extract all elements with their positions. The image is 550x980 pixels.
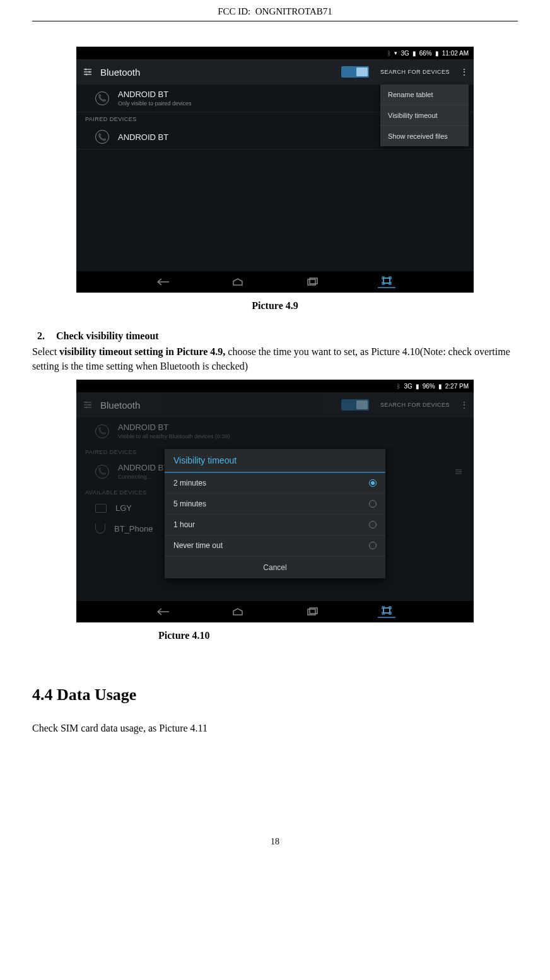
status-bar: ᛒ ▾ 3G ▮ 66% ▮ 11:02 AM — [76, 47, 474, 59]
titlebar: Bluetooth SEARCH FOR DEVICES ⋮ — [76, 392, 474, 417]
step-before: Select — [32, 346, 59, 357]
available-device-name: LGY — [115, 503, 132, 513]
cancel-button[interactable]: Cancel — [165, 556, 385, 578]
bluetooth-toggle — [341, 399, 369, 411]
page-title: Bluetooth — [100, 67, 335, 78]
nav-screenshot-button[interactable] — [378, 605, 395, 618]
gear-icon — [452, 465, 465, 478]
search-for-devices-button: SEARCH FOR DEVICES — [380, 402, 450, 408]
device-name: ANDROID BT — [118, 423, 230, 432]
nav-screenshot-button[interactable] — [378, 276, 395, 288]
step-2-row: 2. Check visibility timeout — [37, 330, 518, 342]
svg-point-2 — [86, 74, 88, 76]
page-header: FCC ID: ONGNITROTAB71 — [32, 0, 518, 21]
nav-back-button[interactable] — [155, 276, 172, 288]
phone-icon: 📞 — [95, 465, 109, 479]
headphone-icon — [95, 523, 105, 534]
nav-bar — [76, 601, 474, 622]
nav-back-button[interactable] — [155, 605, 172, 618]
phone-icon: 📞 — [95, 130, 109, 144]
step-number: 2. — [37, 330, 45, 342]
timeout-option-never[interactable]: Never time out — [165, 535, 385, 556]
visibility-timeout-dialog: Visibility timeout 2 minutes 5 minutes 1… — [165, 449, 385, 578]
svg-rect-14 — [383, 608, 390, 613]
page-number: 18 — [32, 837, 518, 860]
menu-visibility-timeout[interactable]: Visibility timeout — [380, 105, 469, 126]
phone-icon: 📞 — [95, 91, 109, 105]
bluetooth-status-icon: ᛒ — [397, 383, 401, 390]
svg-point-9 — [456, 469, 457, 470]
nav-bar — [76, 271, 474, 293]
signal-bars-icon: ▮ — [413, 50, 416, 57]
timeout-option-1hour[interactable]: 1 hour — [165, 515, 385, 535]
svg-point-6 — [85, 402, 87, 404]
device-subtext: Only visible to paired devices — [118, 100, 192, 107]
signal-icon: ▾ — [394, 50, 397, 56]
device-name: ANDROID BT — [118, 90, 192, 99]
option-label: 1 hour — [173, 520, 195, 529]
menu-rename-tablet[interactable]: Rename tablet — [380, 85, 469, 105]
network-label: 3G — [404, 383, 412, 390]
clock: 2:27 PM — [445, 383, 469, 390]
radio-icon — [369, 542, 377, 549]
svg-point-0 — [85, 69, 87, 71]
bluetooth-toggle[interactable] — [341, 66, 369, 78]
bluetooth-status-icon: ᛒ — [387, 50, 391, 57]
settings-slider-icon — [81, 399, 94, 411]
timeout-option-2min[interactable]: 2 minutes — [165, 473, 385, 494]
step-body: Select visibility timeout setting in Pic… — [32, 344, 518, 373]
svg-point-11 — [457, 473, 458, 474]
section-text: Check SIM card data usage, as Picture 4.… — [32, 721, 518, 735]
option-label: 2 minutes — [173, 479, 206, 487]
search-for-devices-button[interactable]: SEARCH FOR DEVICES — [380, 69, 450, 75]
battery-icon: ▮ — [438, 383, 442, 390]
paired-device-name: ANDROID BT — [118, 463, 168, 472]
overflow-menu-button: ⋮ — [460, 400, 469, 411]
step-bold: visibility timeout setting in Picture 4.… — [59, 346, 225, 357]
option-label: 5 minutes — [173, 499, 206, 508]
menu-show-received-files[interactable]: Show received files — [380, 126, 469, 146]
battery-percent: 66% — [419, 50, 432, 57]
device-subtext: Visible to all nearby Bluetooth devices … — [118, 433, 230, 440]
screenshot-picture-4-9: ᛒ ▾ 3G ▮ 66% ▮ 11:02 AM Bluetooth SEARCH… — [76, 47, 474, 293]
available-device-name: BT_Phone — [114, 524, 153, 534]
own-device-row: 📞 ANDROID BT Visible to all nearby Bluet… — [76, 417, 474, 445]
fcc-id-value: ONGNITROTAB71 — [255, 6, 332, 16]
screenshot-picture-4-10: ᛒ 3G ▮ 96% ▮ 2:27 PM Bluetooth SEARCH FO… — [76, 380, 474, 622]
battery-icon: ▮ — [435, 50, 439, 57]
page-title: Bluetooth — [100, 400, 335, 411]
step-heading: Check visibility timeout — [56, 330, 159, 342]
nav-recent-button[interactable] — [303, 605, 321, 618]
timeout-option-5min[interactable]: 5 minutes — [165, 494, 385, 515]
radio-checked-icon — [369, 479, 377, 487]
battery-percent: 96% — [423, 383, 435, 390]
network-label: 3G — [401, 50, 409, 57]
nav-home-button[interactable] — [229, 605, 247, 618]
paired-device-sub: Connecting... — [118, 474, 168, 480]
svg-rect-5 — [383, 278, 390, 283]
titlebar: Bluetooth SEARCH FOR DEVICES ⋮ — [76, 59, 474, 85]
dialog-title: Visibility timeout — [165, 449, 385, 473]
option-label: Never time out — [173, 541, 223, 550]
clock: 11:02 AM — [442, 50, 469, 57]
svg-point-7 — [89, 404, 91, 406]
svg-point-8 — [86, 407, 88, 409]
svg-point-10 — [460, 471, 461, 472]
settings-slider-icon[interactable] — [81, 66, 94, 78]
nav-home-button[interactable] — [229, 276, 247, 288]
fcc-id-label: FCC ID: — [218, 6, 250, 16]
overflow-menu-button[interactable]: ⋮ — [460, 67, 469, 78]
radio-icon — [369, 521, 377, 528]
overflow-menu: Rename tablet Visibility timeout Show re… — [380, 85, 469, 146]
phone-icon: 📞 — [95, 424, 109, 438]
radio-icon — [369, 500, 377, 508]
caption-4-10: Picture 4.10 — [32, 630, 518, 641]
status-bar: ᛒ 3G ▮ 96% ▮ 2:27 PM — [76, 380, 474, 392]
signal-bars-icon: ▮ — [416, 383, 419, 390]
paired-device-name: ANDROID BT — [118, 132, 168, 142]
section-heading-data-usage: 4.4 Data Usage — [32, 685, 518, 704]
caption-4-9: Picture 4.9 — [32, 300, 518, 312]
nav-recent-button[interactable] — [303, 276, 321, 288]
computer-icon — [95, 504, 107, 513]
svg-point-1 — [89, 71, 91, 73]
